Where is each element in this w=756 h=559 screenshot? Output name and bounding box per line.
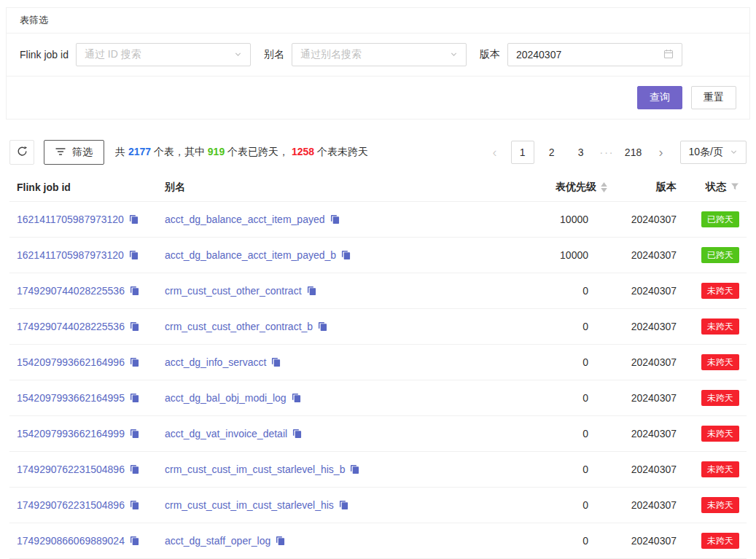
page: 表筛选 Flink job id 通过 ID 搜索 别名 通过别名搜索 xyxy=(0,0,756,559)
job-id-link[interactable]: 1542097993662164995 xyxy=(17,392,125,404)
copy-alias-icon[interactable] xyxy=(276,536,285,547)
table-row: 1749290744028225536 crm_cust_cust_other_… xyxy=(9,273,747,309)
query-button[interactable]: 查询 xyxy=(637,86,682,109)
alias-cell: acct_dg_info_servacct xyxy=(159,345,522,380)
copy-alias-icon[interactable] xyxy=(292,429,302,440)
copy-alias-icon[interactable] xyxy=(330,214,340,226)
copy-alias-icon[interactable] xyxy=(350,464,359,476)
alias-link[interactable]: acct_dg_balance_acct_item_payed_b xyxy=(165,249,336,261)
job-id-link[interactable]: 1542097993662164996 xyxy=(17,356,125,368)
copy-job-id-icon[interactable] xyxy=(129,250,139,262)
job-id-cell: 1621411705987973120 xyxy=(9,238,159,273)
column-header-priority[interactable]: 表优先级 xyxy=(522,173,613,202)
copy-alias-icon[interactable] xyxy=(318,321,327,333)
copy-alias-icon[interactable] xyxy=(292,393,301,404)
page-button-3[interactable]: 3 xyxy=(569,141,593,164)
job-id-link[interactable]: 1542097993662164999 xyxy=(17,428,125,439)
alias-link[interactable]: acct_dg_balance_acct_item_payed xyxy=(165,214,325,225)
refresh-button[interactable] xyxy=(9,140,34,165)
table-row: 1621411705987973120 acct_dg_balance_acct… xyxy=(9,202,747,238)
alias-link[interactable]: crm_cust_cust_im_cust_starlevel_his xyxy=(165,499,334,511)
filter-panel: 表筛选 Flink job id 通过 ID 搜索 别名 通过别名搜索 xyxy=(6,7,750,120)
copy-job-id-icon[interactable] xyxy=(129,214,139,226)
job-id-cell: 1621411705987973120 xyxy=(9,202,159,238)
status-cell: 未跨天 xyxy=(682,452,747,488)
alias-cell: crm_cust_cust_im_cust_starlevel_his_b xyxy=(159,452,522,488)
alias-cell: acct_dg_vat_invoice_detail xyxy=(159,416,522,452)
priority-cell: 0 xyxy=(522,452,613,488)
refresh-icon xyxy=(17,146,28,159)
version-field: 版本 20240307 xyxy=(480,43,682,66)
job-id-link[interactable]: 1621411705987973120 xyxy=(17,214,124,225)
job-id-link[interactable]: 1749290762231504896 xyxy=(17,464,125,475)
status-badge: 未跨天 xyxy=(701,426,739,442)
job-id-link[interactable]: 1749290762231504896 xyxy=(17,499,125,511)
version-cell: 20240307 xyxy=(613,345,682,380)
copy-alias-icon[interactable] xyxy=(341,250,351,262)
uncrossed-count: 1258 xyxy=(292,146,314,157)
summary-prefix: 共 xyxy=(115,146,128,157)
copy-alias-icon[interactable] xyxy=(339,500,348,512)
alias-link[interactable]: acct_dg_staff_oper_log xyxy=(165,535,270,547)
version-date-input[interactable]: 20240307 xyxy=(507,43,682,66)
alias-link[interactable]: acct_dg_vat_invoice_detail xyxy=(165,428,287,439)
job-id-field: Flink job id 通过 ID 搜索 xyxy=(20,43,251,66)
alias-select[interactable]: 通过别名搜索 xyxy=(292,43,467,66)
copy-job-id-icon[interactable] xyxy=(130,393,139,404)
status-cell: 已跨天 xyxy=(682,202,747,238)
page-button-1[interactable]: 1 xyxy=(511,141,534,164)
status-cell: 未跨天 xyxy=(682,309,747,345)
job-id-select[interactable]: 通过 ID 搜索 xyxy=(76,43,251,66)
copy-job-id-icon[interactable] xyxy=(130,536,139,547)
next-page-button[interactable]: › xyxy=(651,141,671,164)
copy-job-id-icon[interactable] xyxy=(130,286,139,297)
alias-link[interactable]: acct_dg_info_servacct xyxy=(165,356,266,368)
sort-icon[interactable] xyxy=(601,182,607,192)
page-size-select[interactable]: 10条/页 xyxy=(680,141,747,164)
copy-alias-icon[interactable] xyxy=(307,286,316,297)
alias-cell: crm_cust_cust_other_contract_b xyxy=(159,309,522,345)
priority-cell: 0 xyxy=(522,416,613,452)
page-button-218[interactable]: 218 xyxy=(622,141,645,164)
job-id-cell: 1542097993662164996 xyxy=(9,345,159,380)
toolbar: 筛选 共 2177 个表，其中 919 个表已跨天， 1258 个表未跨天 ‹1… xyxy=(9,140,747,165)
filter-button[interactable]: 筛选 xyxy=(44,140,104,165)
table-body: 1621411705987973120 acct_dg_balance_acct… xyxy=(9,202,747,559)
copy-job-id-icon[interactable] xyxy=(130,500,139,512)
copy-alias-icon[interactable] xyxy=(271,357,281,369)
alias-link[interactable]: crm_cust_cust_other_contract xyxy=(165,285,302,297)
job-id-cell: 1749290866069889024 xyxy=(9,523,159,559)
version-value: 20240307 xyxy=(516,49,561,60)
prev-page-button[interactable]: ‹ xyxy=(485,141,505,164)
version-cell: 20240307 xyxy=(613,380,682,416)
copy-job-id-icon[interactable] xyxy=(130,429,139,440)
page-button-2[interactable]: 2 xyxy=(540,141,564,164)
copy-job-id-icon[interactable] xyxy=(130,357,139,369)
alias-link[interactable]: acct_dg_bal_obj_modi_log xyxy=(165,392,287,404)
pagination-ellipsis[interactable]: ··· xyxy=(599,146,616,158)
version-cell: 20240307 xyxy=(613,273,682,309)
alias-link[interactable]: crm_cust_cust_other_contract_b xyxy=(165,321,313,332)
alias-link[interactable]: crm_cust_cust_im_cust_starlevel_his_b xyxy=(165,464,345,475)
table-row: 1621411705987973120 acct_dg_balance_acct… xyxy=(9,238,747,273)
priority-cell: 0 xyxy=(522,488,613,523)
version-cell: 20240307 xyxy=(613,452,682,488)
job-id-link[interactable]: 1749290866069889024 xyxy=(17,535,125,547)
funnel-filter-icon[interactable] xyxy=(730,181,739,193)
column-header-status[interactable]: 状态 xyxy=(682,173,747,202)
job-id-link[interactable]: 1749290744028225536 xyxy=(17,321,125,332)
alias-field: 别名 通过别名搜索 xyxy=(264,43,467,66)
copy-job-id-icon[interactable] xyxy=(130,321,139,333)
column-header-job-id: Flink job id xyxy=(9,173,159,202)
table-row: 1749290744028225536 crm_cust_cust_other_… xyxy=(9,309,747,345)
alias-cell: acct_dg_balance_acct_item_payed_b xyxy=(159,238,522,273)
job-id-link[interactable]: 1749290744028225536 xyxy=(17,285,125,297)
reset-button[interactable]: 重置 xyxy=(691,86,736,109)
results-table: Flink job id 别名 表优先级 版本 xyxy=(9,173,747,559)
job-id-link[interactable]: 1621411705987973120 xyxy=(17,249,124,261)
crossed-count: 919 xyxy=(208,146,225,157)
priority-cell: 0 xyxy=(522,273,613,309)
copy-job-id-icon[interactable] xyxy=(130,464,139,476)
chevron-down-icon xyxy=(234,49,242,60)
alias-cell: acct_dg_balance_acct_item_payed xyxy=(159,202,522,238)
